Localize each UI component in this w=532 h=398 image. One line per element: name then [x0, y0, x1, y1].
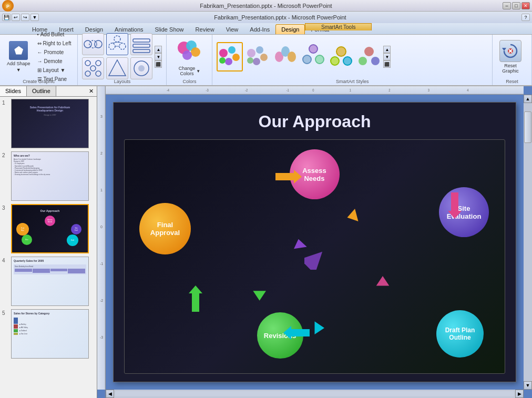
svg-point-14: [85, 60, 90, 66]
slide-thumb-4[interactable]: Quarterly Sales for 2005 Store Berkeley …: [11, 257, 89, 306]
slide-item-4[interactable]: 4 Quarterly Sales for 2005 Store Berkele…: [2, 257, 95, 306]
slide-thumb-1[interactable]: Sales Presentation for FabrikamHeadquart…: [11, 99, 89, 148]
layout-option-4[interactable]: [82, 57, 104, 79]
window-title: Fabrikam_Presentation.pptx - Microsoft P…: [200, 3, 332, 9]
slide-item-5[interactable]: 5 Sales for Stores by Category: [2, 309, 95, 359]
tab-view[interactable]: View: [220, 24, 244, 34]
svg-point-45: [364, 47, 374, 56]
svg-point-21: [138, 65, 145, 72]
layouts-expand[interactable]: ⬛: [155, 60, 162, 68]
layout-button[interactable]: ⊞ Layout ▼: [35, 66, 74, 74]
svg-text:3: 3: [428, 88, 430, 92]
add-shape-button[interactable]: ⬟ Add Shape ▼: [4, 39, 33, 74]
slide-number-4: 4: [2, 257, 8, 263]
styles-expand[interactable]: ⬛: [383, 60, 391, 68]
styles-scroll-down[interactable]: ▼: [383, 53, 391, 60]
help-btn[interactable]: ?: [521, 14, 530, 21]
slide-item-2[interactable]: 2 Who are we? Aaron Cox started Contoso …: [2, 151, 95, 201]
style-swatch-2[interactable]: [244, 42, 271, 72]
svg-point-29: [225, 58, 232, 65]
slide-thumb-3[interactable]: Our Approach AssessNeeds SiteEval Draft …: [11, 204, 89, 253]
svg-point-35: [247, 57, 253, 64]
scroll-down-button[interactable]: ▼: [524, 381, 532, 390]
layouts-scroll-up[interactable]: ▲: [155, 46, 162, 53]
arrow-3: [283, 325, 310, 342]
svg-text:0: 0: [312, 88, 314, 92]
svg-point-42: [336, 47, 346, 56]
menu-quick-btn[interactable]: ▼: [30, 14, 39, 21]
ribbon-tabs: Home Insert Design Animations Slide Show…: [0, 23, 532, 35]
svg-point-30: [219, 57, 226, 64]
svg-line-8: [117, 42, 122, 43]
office-button[interactable]: P: [2, 0, 14, 12]
svg-text:-2: -2: [245, 88, 248, 92]
layouts-scroll-down[interactable]: ▼: [155, 53, 162, 60]
tab-slideshow[interactable]: Slide Show: [149, 24, 190, 34]
svg-point-18: [90, 66, 96, 71]
panel-close-button[interactable]: ✕: [86, 86, 97, 96]
slide-thumb-2[interactable]: Who are we? Aaron Cox started Contoso La…: [11, 151, 89, 201]
final-approval-node[interactable]: FinalApproval: [139, 203, 191, 254]
layout-option-1[interactable]: [82, 33, 104, 55]
right-to-left-button[interactable]: ⇔ Right to Left: [35, 39, 74, 47]
svg-point-43: [331, 57, 339, 65]
redo-quick-btn[interactable]: ↪: [21, 14, 29, 21]
diagram-area[interactable]: AssessNeeds SiteEvaluation Draft PlanOut…: [124, 139, 505, 374]
scroll-left-button[interactable]: ◀: [106, 390, 114, 398]
slide-list: 1 Sales Presentation for FabrikamHeadqua…: [0, 97, 97, 398]
promote-button[interactable]: ← Promote: [35, 48, 74, 56]
slide-item-3[interactable]: 3 Our Approach AssessNeeds SiteEval Draf…: [2, 204, 95, 253]
slide-canvas: Our Approach: [113, 102, 516, 382]
horizontal-ruler: -4 -3 -2 -1 0 1 2 3 4: [106, 86, 524, 95]
save-quick-btn[interactable]: 💾: [2, 14, 11, 21]
slides-tab[interactable]: Slides: [0, 86, 27, 96]
arrow-5: [304, 249, 325, 271]
styles-scroll-up[interactable]: ▲: [383, 46, 391, 53]
svg-point-28: [232, 54, 240, 61]
style-swatch-3[interactable]: [272, 42, 299, 72]
scroll-up-button[interactable]: ▲: [524, 95, 532, 103]
style-swatch-4[interactable]: [300, 42, 326, 72]
demote-button[interactable]: → Demote: [35, 57, 74, 65]
svg-point-31: [247, 49, 255, 57]
slide-thumb-5[interactable]: Sales for Stores by Category ■ Berkley■ …: [11, 309, 89, 359]
reset-graphic-button[interactable]: ResetGraphic: [497, 38, 524, 75]
style-swatch-1[interactable]: [217, 42, 243, 72]
restore-button[interactable]: □: [512, 2, 520, 9]
close-button[interactable]: ✕: [521, 2, 530, 9]
svg-point-15: [96, 60, 101, 66]
smartart-tab-design[interactable]: Design: [275, 24, 305, 34]
tab-addins[interactable]: Add-Ins: [244, 24, 275, 34]
vertical-ruler: 3 2 1 0 -1 -2 -3: [97, 86, 106, 390]
tab-review[interactable]: Review: [190, 24, 220, 34]
main-area: Slides Outline ✕ 1 Sales Presentation fo…: [0, 86, 532, 398]
svg-text:0: 0: [100, 225, 103, 229]
svg-point-24: [191, 47, 200, 57]
svg-point-39: [309, 45, 318, 53]
vertical-scrollbar[interactable]: ▲ ▼: [524, 95, 532, 390]
draft-plan-node[interactable]: Draft PlanOutline: [436, 310, 484, 358]
layout-option-2[interactable]: [106, 33, 128, 55]
scroll-right-button[interactable]: ▶: [515, 390, 524, 398]
change-colors-button[interactable]: ChangeColors ▼: [171, 36, 208, 78]
layout-option-3[interactable]: [130, 33, 152, 55]
svg-point-7: [109, 43, 115, 49]
scroll-thumb-vertical[interactable]: [524, 111, 531, 143]
layouts-section: ▲ ▼ ⬛ Layouts: [78, 35, 167, 85]
style-swatch-6[interactable]: [356, 42, 382, 72]
slide-number-2: 2: [2, 151, 8, 158]
svg-line-9: [112, 42, 117, 43]
svg-marker-76: [448, 192, 462, 219]
outline-tab[interactable]: Outline: [27, 86, 56, 96]
add-bullet-button[interactable]: • Add Bullet: [35, 30, 74, 38]
layout-option-5[interactable]: [106, 57, 128, 79]
horizontal-scrollbar[interactable]: ◀ ▶: [106, 390, 524, 398]
slide-item-1[interactable]: 1 Sales Presentation for FabrikamHeadqua…: [2, 99, 95, 148]
undo-quick-btn[interactable]: ↩: [12, 14, 20, 21]
slide-number-5: 5: [2, 309, 8, 316]
style-swatch-5[interactable]: [328, 42, 354, 72]
layout-option-6[interactable]: [130, 57, 152, 79]
minimize-button[interactable]: –: [503, 2, 511, 9]
svg-text:2: 2: [388, 88, 391, 92]
svg-text:-3: -3: [100, 335, 103, 339]
